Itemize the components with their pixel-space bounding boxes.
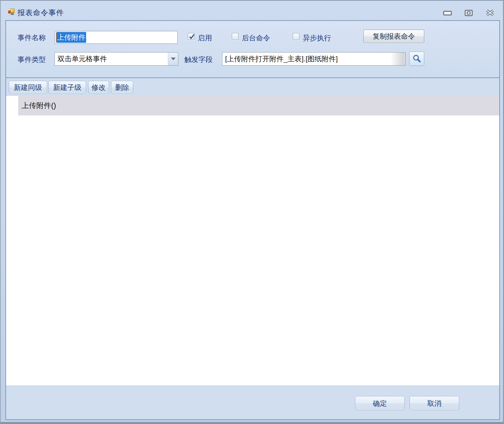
trigger-field-value: [上传附件打开附件_主表].[图纸附件]	[225, 54, 338, 64]
list-item[interactable]: 上传附件()	[18, 96, 499, 115]
minimize-icon[interactable]	[443, 11, 452, 15]
trigger-field-label: 触发字段	[184, 55, 213, 64]
maximize-icon[interactable]	[465, 10, 473, 16]
window-title: 报表命令事件	[17, 8, 64, 18]
dialog-window: 报表命令事件 事件名称 上传附件 启用	[0, 0, 504, 424]
ok-button[interactable]: 确定	[355, 396, 405, 411]
modify-button[interactable]: 修改	[88, 81, 109, 94]
event-type-value: 双击单元格事件	[55, 52, 168, 65]
cancel-button[interactable]: 取消	[409, 396, 459, 411]
new-sibling-button[interactable]: 新建同级	[9, 81, 47, 94]
trigger-field-input[interactable]: [上传附件打开附件_主表].[图纸附件]	[222, 52, 406, 66]
delete-button[interactable]: 删除	[111, 81, 133, 94]
async-execute-checkbox[interactable]	[293, 33, 299, 40]
enable-label[interactable]: 启用	[198, 33, 212, 43]
async-execute-label[interactable]: 异步执行	[303, 33, 331, 43]
event-name-value: 上传附件	[57, 32, 86, 42]
search-icon	[412, 54, 422, 64]
content-panel: 事件名称 上传附件 启用 后台命令 异	[5, 20, 500, 420]
title-bar[interactable]: 报表命令事件	[1, 1, 503, 20]
dropdown-button[interactable]	[168, 52, 178, 65]
chevron-down-icon	[171, 58, 176, 60]
search-button[interactable]	[409, 51, 424, 66]
footer-bar: 确定 取消	[6, 385, 499, 419]
check-icon	[188, 33, 196, 41]
fields-section: 事件名称 上传附件 启用 后台命令 异	[6, 21, 499, 78]
new-child-button[interactable]: 新建子级	[48, 81, 86, 94]
background-command-label[interactable]: 后台命令	[242, 33, 270, 43]
form-icon	[8, 8, 15, 15]
command-tree-list[interactable]: 上传附件()	[6, 96, 499, 385]
enable-checkbox[interactable]	[188, 33, 194, 40]
copy-report-command-button[interactable]: 复制报表命令	[363, 30, 424, 43]
event-name-label: 事件名称	[17, 33, 46, 42]
event-type-select[interactable]: 双击单元格事件	[55, 52, 178, 66]
event-name-input[interactable]: 上传附件	[55, 31, 178, 44]
close-icon[interactable]	[485, 9, 495, 16]
list-item-text: 上传附件()	[22, 101, 56, 111]
event-type-label: 事件类型	[17, 55, 46, 64]
background-command-checkbox[interactable]	[232, 33, 239, 40]
field-edge-shade	[391, 52, 405, 65]
